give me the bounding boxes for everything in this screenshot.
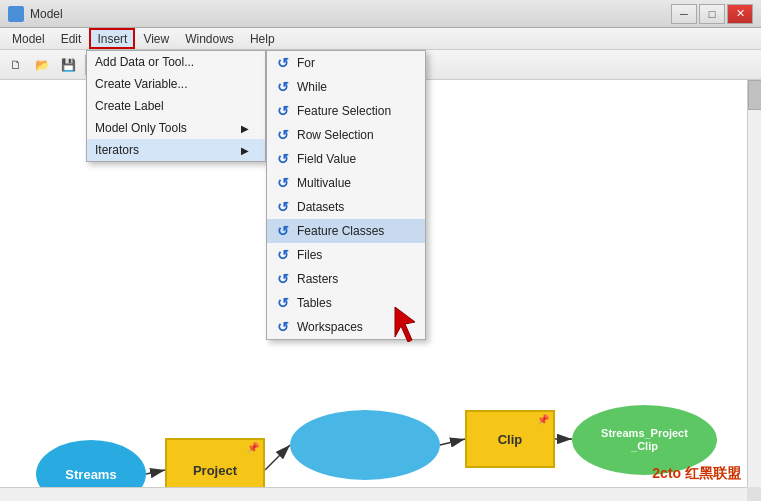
dd-create-label-label: Create Label [95, 99, 164, 113]
dd-create-var[interactable]: Create Variable... [87, 73, 265, 95]
dd-model-only-arrow: ▶ [241, 123, 249, 134]
sub-field-val-label: Field Value [297, 152, 356, 166]
while-icon: ↺ [275, 79, 291, 95]
svg-line-3 [440, 439, 465, 445]
sub-feature-sel-label: Feature Selection [297, 104, 391, 118]
insert-dropdown: Add Data or Tool... Create Variable... C… [86, 50, 266, 162]
v-scroll-thumb[interactable] [748, 80, 761, 110]
sub-multivalue[interactable]: ↺ Multivalue [267, 171, 425, 195]
clip-label: Clip [498, 432, 523, 447]
title-bar: Model ─ □ ✕ [0, 0, 761, 28]
iterators-submenu: ↺ For ↺ While ↺ Feature Selection ↺ Row … [266, 50, 426, 340]
sub-row-sel[interactable]: ↺ Row Selection [267, 123, 425, 147]
sub-feature-classes[interactable]: ↺ Feature Classes [267, 219, 425, 243]
sub-while[interactable]: ↺ While [267, 75, 425, 99]
new-button[interactable]: 🗋 [4, 53, 28, 77]
project-node[interactable]: Project 📌 [165, 438, 265, 487]
sub-feature-classes-label: Feature Classes [297, 224, 384, 238]
sub-workspaces-label: Workspaces [297, 320, 363, 334]
dd-add-data[interactable]: Add Data or Tool... [87, 51, 265, 73]
svg-line-1 [146, 470, 165, 474]
sub-for[interactable]: ↺ For [267, 51, 425, 75]
files-icon: ↺ [275, 247, 291, 263]
sub-datasets-label: Datasets [297, 200, 344, 214]
sub-rasters[interactable]: ↺ Rasters [267, 267, 425, 291]
watermark-text: 2cto 红黑联盟 [652, 465, 741, 481]
streams-node[interactable]: Streams [36, 440, 146, 487]
svg-line-2 [265, 445, 290, 470]
feature-sel-icon: ↺ [275, 103, 291, 119]
sub-tables-label: Tables [297, 296, 332, 310]
maximize-button[interactable]: □ [699, 4, 725, 24]
feature-classes-icon: ↺ [275, 223, 291, 239]
row-sel-icon: ↺ [275, 127, 291, 143]
app-icon [8, 6, 24, 22]
sub-files[interactable]: ↺ Files [267, 243, 425, 267]
workspaces-icon: ↺ [275, 319, 291, 335]
menu-edit[interactable]: Edit [53, 28, 90, 49]
sub-rasters-label: Rasters [297, 272, 338, 286]
field-val-icon: ↺ [275, 151, 291, 167]
save-button[interactable]: 💾 [56, 53, 80, 77]
multivalue-icon: ↺ [275, 175, 291, 191]
minimize-button[interactable]: ─ [671, 4, 697, 24]
sub-multivalue-label: Multivalue [297, 176, 351, 190]
menu-insert[interactable]: Insert [89, 28, 135, 49]
watermark: 2cto 红黑联盟 [652, 465, 741, 483]
dd-iterators[interactable]: Iterators ▶ [87, 139, 265, 161]
dd-model-only-label: Model Only Tools [95, 121, 187, 135]
project-label: Project [193, 463, 237, 478]
feature-classes-output-node[interactable] [290, 410, 440, 480]
rasters-icon: ↺ [275, 271, 291, 287]
window-title: Model [30, 7, 63, 21]
dd-iterators-label: Iterators [95, 143, 139, 157]
dd-iterators-arrow: ▶ [241, 145, 249, 156]
menu-help[interactable]: Help [242, 28, 283, 49]
dd-create-var-label: Create Variable... [95, 77, 188, 91]
open-button[interactable]: 📂 [30, 53, 54, 77]
clip-node[interactable]: Clip 📌 [465, 410, 555, 468]
datasets-icon: ↺ [275, 199, 291, 215]
menu-view[interactable]: View [135, 28, 177, 49]
dd-model-only[interactable]: Model Only Tools ▶ [87, 117, 265, 139]
sub-for-label: For [297, 56, 315, 70]
title-bar-buttons: ─ □ ✕ [671, 4, 753, 24]
menu-bar: Model Edit Insert View Windows Help [0, 28, 761, 50]
for-icon: ↺ [275, 55, 291, 71]
vertical-scrollbar[interactable] [747, 80, 761, 487]
streams-project-clip-label: Streams_Project_Clip [601, 427, 688, 453]
dd-add-data-label: Add Data or Tool... [95, 55, 194, 69]
sub-field-val[interactable]: ↺ Field Value [267, 147, 425, 171]
sub-feature-sel[interactable]: ↺ Feature Selection [267, 99, 425, 123]
dd-create-label[interactable]: Create Label [87, 95, 265, 117]
sub-row-sel-label: Row Selection [297, 128, 374, 142]
sub-tables[interactable]: ↺ Tables [267, 291, 425, 315]
scrollbar-corner [747, 487, 761, 501]
menu-model[interactable]: Model [4, 28, 53, 49]
sub-datasets[interactable]: ↺ Datasets [267, 195, 425, 219]
tables-icon: ↺ [275, 295, 291, 311]
title-bar-left: Model [8, 6, 63, 22]
close-button[interactable]: ✕ [727, 4, 753, 24]
sub-while-label: While [297, 80, 327, 94]
sub-files-label: Files [297, 248, 322, 262]
sub-workspaces[interactable]: ↺ Workspaces [267, 315, 425, 339]
streams-label: Streams [65, 467, 116, 482]
horizontal-scrollbar[interactable] [0, 487, 747, 501]
menu-windows[interactable]: Windows [177, 28, 242, 49]
